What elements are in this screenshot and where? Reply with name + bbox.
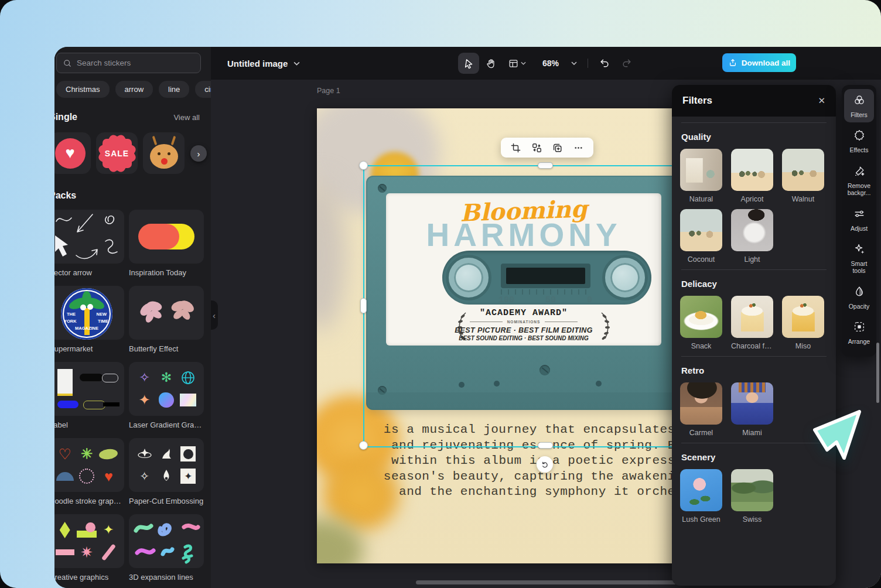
hand-tool-button[interactable] bbox=[480, 53, 501, 74]
vertical-scrollbar[interactable] bbox=[876, 343, 879, 403]
top-toolbar: Untitled image 68% bbox=[211, 47, 881, 80]
filter-thumbnail[interactable] bbox=[680, 382, 722, 425]
filter-item-miso[interactable]: Miso bbox=[782, 296, 824, 350]
pack-label: Vector arrow bbox=[54, 268, 124, 277]
filter-thumbnail[interactable] bbox=[731, 382, 773, 425]
stickers-sidebar: Search stickers Christmasarrowlinecircle… bbox=[54, 47, 211, 588]
view-all-link[interactable]: View all bbox=[173, 113, 200, 122]
selection-handle-top-left[interactable] bbox=[359, 161, 368, 170]
horizontal-scrollbar[interactable] bbox=[416, 580, 677, 584]
tool-effects[interactable]: Effects bbox=[844, 124, 874, 158]
redo-button[interactable] bbox=[620, 56, 634, 70]
category-chip-arrow[interactable]: arrow bbox=[115, 81, 153, 98]
filter-thumbnail[interactable] bbox=[680, 296, 722, 338]
close-icon[interactable]: ✕ bbox=[818, 95, 825, 106]
crop-button[interactable] bbox=[510, 142, 521, 153]
pack-thumbnail[interactable]: ♡ ✳ ♥ bbox=[54, 438, 124, 492]
pack-item[interactable]: ♡ ✳ ♥Doodle stroke graphics bbox=[54, 438, 124, 505]
sale-sticker[interactable]: SALE bbox=[96, 132, 138, 174]
selection-handle-left-middle[interactable] bbox=[360, 298, 367, 313]
remove-background-icon bbox=[853, 165, 866, 180]
filter-section-title: Retro bbox=[681, 365, 828, 375]
pack-item[interactable]: Butterfly Effect bbox=[129, 286, 204, 353]
pack-thumbnail[interactable] bbox=[129, 286, 204, 340]
rotate-handle[interactable] bbox=[537, 456, 553, 473]
selection-handle-bottom-left[interactable] bbox=[359, 441, 368, 450]
filter-item-miami[interactable]: Miami bbox=[731, 382, 773, 437]
duplicate-button[interactable] bbox=[552, 142, 563, 153]
tool-adjust[interactable]: Adjust bbox=[844, 203, 874, 236]
pack-thumbnail[interactable] bbox=[54, 362, 124, 416]
filters-icon bbox=[853, 94, 866, 109]
pack-thumbnail[interactable]: ✧ ✦ bbox=[129, 438, 204, 492]
tool-filters[interactable]: Filters bbox=[844, 89, 874, 122]
rotate-icon bbox=[541, 460, 549, 469]
filter-thumbnail[interactable] bbox=[680, 149, 722, 191]
toolbar-divider bbox=[588, 59, 588, 68]
filter-thumbnail[interactable] bbox=[782, 296, 824, 338]
pack-thumbnail[interactable] bbox=[129, 514, 204, 568]
undo-button[interactable] bbox=[597, 56, 612, 70]
document-title: Untitled image bbox=[227, 59, 288, 69]
filter-thumbnail[interactable] bbox=[731, 469, 773, 511]
category-chip-christmas[interactable]: Christmas bbox=[56, 81, 110, 98]
tool-smart-tools[interactable]: Smart tools bbox=[844, 238, 874, 279]
filter-thumbnail[interactable] bbox=[731, 149, 773, 191]
filter-thumbnail[interactable] bbox=[782, 149, 824, 191]
next-stickers-button[interactable]: › bbox=[190, 145, 207, 162]
tool-label: Smart tools bbox=[844, 260, 874, 275]
zoom-dropdown[interactable] bbox=[567, 56, 581, 70]
selection-box[interactable] bbox=[363, 165, 682, 447]
filter-item-light[interactable]: Light bbox=[731, 209, 773, 264]
filter-item-snack[interactable]: Snack bbox=[680, 296, 722, 350]
category-chip-circle[interactable]: circle bbox=[195, 81, 211, 98]
category-chip-line[interactable]: line bbox=[159, 81, 189, 98]
more-options-button[interactable] bbox=[573, 142, 584, 153]
filter-item-walnut[interactable]: Walnut bbox=[782, 149, 824, 203]
filter-label: Miami bbox=[731, 429, 773, 437]
effects-icon bbox=[853, 129, 866, 144]
filter-thumbnail[interactable] bbox=[731, 209, 773, 251]
pack-item[interactable]: Inspiration Today bbox=[129, 210, 204, 277]
sale-sticker-text: SALE bbox=[105, 149, 129, 158]
chevron-down-icon bbox=[521, 61, 526, 65]
heart-sticker[interactable]: ♥ bbox=[54, 132, 91, 174]
zoom-level[interactable]: 68% bbox=[542, 47, 559, 80]
selection-handle-top-center[interactable] bbox=[538, 162, 553, 169]
pack-item[interactable]: Vector arrow bbox=[54, 210, 124, 277]
filter-item-charcoal-fir-[interactable]: Charcoal fir... bbox=[731, 296, 773, 350]
pack-thumbnail[interactable] bbox=[129, 210, 204, 264]
tool-opacity[interactable]: Opacity bbox=[844, 281, 874, 314]
filter-thumbnail[interactable] bbox=[680, 209, 722, 251]
selection-handle-bottom-center[interactable] bbox=[538, 442, 553, 449]
reindeer-sticker[interactable] bbox=[143, 132, 185, 174]
filter-item-natural[interactable]: Natural bbox=[680, 149, 722, 203]
document-title-menu[interactable]: Untitled image bbox=[227, 47, 300, 80]
pack-item[interactable]: ✧ ✻ ✦ Laser Gradient Graph... bbox=[129, 362, 204, 429]
select-tool-button[interactable] bbox=[458, 53, 479, 74]
pack-thumbnail[interactable]: THE NEW YORK TIME MAGAZINE bbox=[54, 286, 124, 340]
search-icon bbox=[63, 59, 72, 68]
replace-button[interactable] bbox=[531, 142, 542, 153]
tool-remove-backgr-[interactable]: Remove backgr... bbox=[844, 160, 874, 201]
filter-item-swiss[interactable]: Swiss bbox=[731, 469, 773, 524]
filter-item-lush-green[interactable]: Lush Green bbox=[680, 469, 722, 524]
filter-item-apricot[interactable]: Apricot bbox=[731, 149, 773, 203]
pack-item[interactable]: THE NEW YORK TIME MAGAZINE Supermarket bbox=[54, 286, 124, 353]
pack-item[interactable]: ✧ ✦Paper-Cut Embossing bbox=[129, 438, 204, 505]
pack-thumbnail[interactable]: ✧ ✻ ✦ bbox=[129, 362, 204, 416]
frame-tool-button[interactable] bbox=[503, 53, 531, 74]
filter-thumbnail[interactable] bbox=[731, 296, 773, 338]
pack-thumbnail[interactable]: ✦ ✷ bbox=[54, 514, 124, 568]
tool-arrange[interactable]: Arrange bbox=[844, 316, 874, 349]
pack-item[interactable]: ✦ ✷ Creative graphics bbox=[54, 514, 124, 582]
filter-thumbnail[interactable] bbox=[680, 469, 722, 511]
filter-item-carmel[interactable]: Carmel bbox=[680, 382, 722, 437]
single-section-title: Single bbox=[54, 112, 77, 122]
filter-item-coconut[interactable]: Coconut bbox=[680, 209, 722, 264]
pack-item[interactable]: 3D expansion lines bbox=[129, 514, 204, 582]
pack-item[interactable]: Label bbox=[54, 362, 124, 429]
search-input[interactable]: Search stickers bbox=[56, 53, 201, 73]
download-all-button[interactable]: Download all bbox=[722, 53, 796, 72]
pack-thumbnail[interactable] bbox=[54, 210, 124, 264]
